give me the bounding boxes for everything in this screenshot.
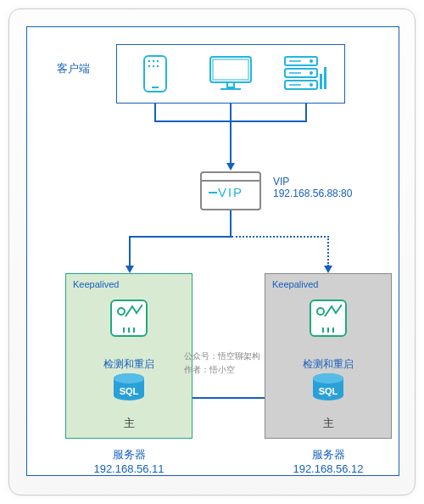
svg-rect-7 <box>152 87 159 88</box>
client-devices-box <box>116 44 345 104</box>
sql-text: SQL <box>120 386 139 396</box>
server-caption-ip: 192.168.56.12 <box>265 462 392 475</box>
vip-title: VIP <box>273 176 352 188</box>
server-box-primary: Keepalived 检测和重启 SQL 主 <box>65 273 192 439</box>
keepalived-icon <box>110 300 148 337</box>
sql-db-icon: SQL <box>311 373 345 409</box>
credit-note: 公众号：悟空聊架构 作者：悟小空 <box>184 350 260 377</box>
keepalived-label: Keepalived <box>73 279 119 289</box>
svg-point-6 <box>156 65 158 67</box>
svg-point-28 <box>313 373 343 384</box>
server-caption-title: 服务器 <box>265 447 392 462</box>
connector <box>129 236 131 266</box>
server-caption-ip: 192.168.56.11 <box>65 462 192 475</box>
server-box-standby: Keepalived 检测和重启 SQL 主 <box>265 273 392 439</box>
svg-rect-21 <box>320 74 322 89</box>
vip-address: 192.168.56.88:80 <box>273 188 352 199</box>
client-label: 客户端 <box>57 61 90 76</box>
server-caption-left: 服务器 192.168.56.11 <box>65 447 192 475</box>
svg-point-3 <box>156 60 158 62</box>
connector <box>230 210 232 236</box>
svg-point-23 <box>118 308 125 315</box>
check-restart-label: 检测和重启 <box>265 357 391 372</box>
credit-line-1: 公众号：悟空聊架构 <box>184 350 260 363</box>
connector <box>230 104 232 120</box>
sql-text: SQL <box>319 386 338 396</box>
server-rack-icon <box>281 53 332 95</box>
svg-point-1 <box>148 60 149 62</box>
svg-point-2 <box>152 60 153 62</box>
keepalived-icon <box>310 300 347 337</box>
svg-point-20 <box>310 83 313 87</box>
connector <box>154 104 156 120</box>
phone-icon <box>130 53 181 95</box>
diagram-card: 客户端 <box>8 8 416 496</box>
check-restart-label: 检测和重启 <box>66 357 192 372</box>
svg-point-19 <box>310 71 313 75</box>
role-label: 主 <box>66 416 192 431</box>
svg-point-18 <box>310 59 313 63</box>
connector <box>305 104 307 120</box>
diagram-frame: 客户端 <box>26 26 399 476</box>
connector <box>230 120 232 163</box>
vip-label: VIP 192.168.56.88:80 <box>273 176 352 199</box>
connector-dotted <box>327 236 329 266</box>
svg-rect-10 <box>227 82 234 87</box>
sql-db-icon: SQL <box>112 373 146 409</box>
server-caption-title: 服务器 <box>65 447 192 462</box>
arrow-down-icon <box>126 266 134 273</box>
credit-line-2: 作者：悟小空 <box>184 363 260 377</box>
svg-rect-22 <box>324 67 326 89</box>
monitor-icon <box>205 53 256 95</box>
svg-rect-8 <box>210 57 251 82</box>
keepalived-label: Keepalived <box>272 279 318 289</box>
svg-point-26 <box>317 308 324 315</box>
svg-rect-9 <box>213 59 248 80</box>
arrow-down-icon <box>226 163 235 171</box>
role-label: 主 <box>265 416 391 431</box>
vip-text: VIP <box>202 185 259 199</box>
server-caption-right: 服务器 192.168.56.12 <box>265 447 392 475</box>
svg-rect-0 <box>144 56 166 92</box>
connector-dotted <box>232 236 329 238</box>
svg-point-5 <box>152 65 153 67</box>
svg-point-25 <box>114 373 144 384</box>
svg-point-4 <box>148 65 149 67</box>
vip-box: VIP <box>200 171 261 210</box>
arrow-down-icon <box>324 266 332 273</box>
connector <box>129 236 232 238</box>
